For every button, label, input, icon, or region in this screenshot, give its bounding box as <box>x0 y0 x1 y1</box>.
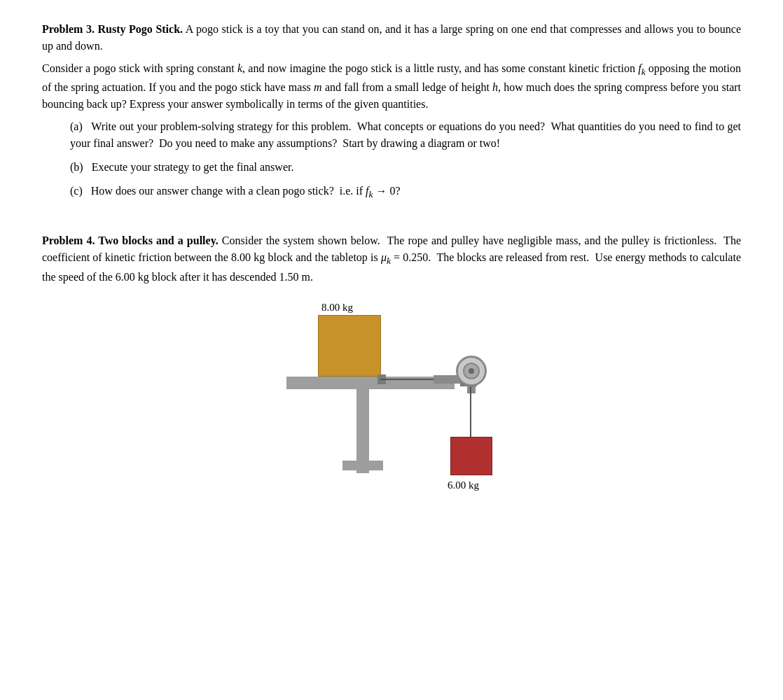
problem-3: Problem 3. Rusty Pogo Stick. A pogo stic… <box>42 21 741 202</box>
pulley-center <box>469 368 474 374</box>
table-leg-base <box>342 461 383 470</box>
diagram: 8.00 kg <box>279 300 504 482</box>
problem-3-part-b: (b) Execute your strategy to get the fin… <box>70 159 741 176</box>
problem-3-part-c: (c) How does our answer change with a cl… <box>70 183 741 202</box>
label-8kg: 8.00 kg <box>321 300 353 316</box>
label-6kg: 6.00 kg <box>448 477 479 493</box>
part-b-label: (b) <box>70 161 83 173</box>
problem-4-text: Problem 4. Two blocks and a pulley. Cons… <box>42 232 741 285</box>
part-c-label: (c) <box>70 185 83 197</box>
part-a-label: (a) <box>70 120 83 132</box>
problem-3-subparts: (a) Write out your problem-solving strat… <box>70 118 741 202</box>
problem-4: Problem 4. Two blocks and a pulley. Cons… <box>42 232 741 481</box>
from-text: from <box>362 81 384 93</box>
diagram-container: 8.00 kg <box>42 300 741 482</box>
problem-3-text: Problem 3. Rusty Pogo Stick. A pogo stic… <box>42 21 741 55</box>
problem-3-paragraph2: Consider a pogo stick with spring consta… <box>42 60 741 113</box>
problem-4-title: Problem 4. Two blocks and a pulley. <box>42 234 219 246</box>
rope-vertical <box>470 386 471 437</box>
block-6kg <box>450 437 492 475</box>
block-8kg <box>318 315 381 377</box>
problem-3-title: Problem 3. Rusty Pogo Stick. <box>42 23 183 35</box>
problem-3-part-a: (a) Write out your problem-solving strat… <box>70 118 741 152</box>
